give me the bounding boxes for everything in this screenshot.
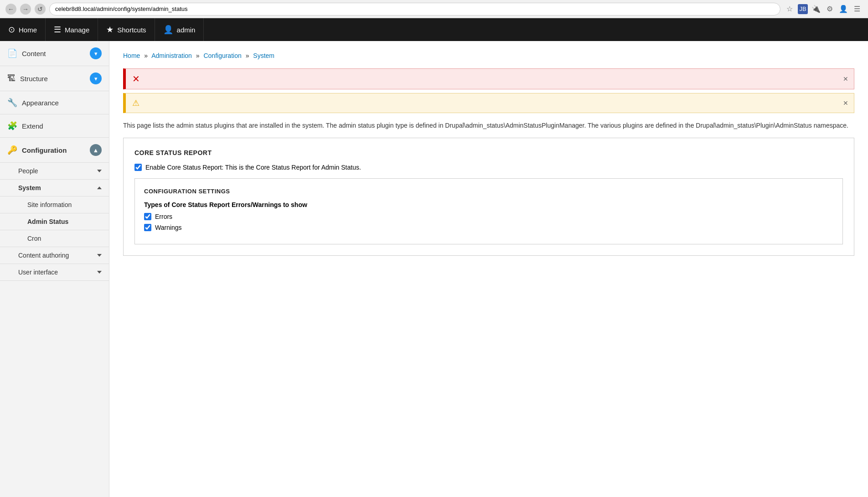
profile-icon[interactable]: JB [798, 4, 808, 14]
toolbar-admin[interactable]: 👤 admin [155, 18, 204, 41]
content-icon: 📄 [7, 48, 17, 58]
sep-2: » [196, 52, 200, 59]
admin-status-label: Admin Status [27, 218, 68, 225]
core-status-card: CORE STATUS REPORT Enable Core Status Re… [123, 138, 854, 256]
user-interface-arrow [97, 271, 102, 274]
breadcrumb-configuration[interactable]: Configuration [203, 52, 241, 59]
configuration-toggle[interactable]: ▲ [90, 144, 102, 156]
admin-toolbar: ⊙ Home ☰ Manage ★ Shortcuts 👤 admin [0, 18, 868, 41]
browser-chrome: ← → ↺ ☆ JB 🔌 ⚙ 👤 ☰ [0, 0, 868, 18]
toolbar-shortcuts-label: Shortcuts [117, 26, 146, 34]
config-settings-title: CONFIGURATION SETTINGS [144, 188, 833, 195]
error-close-button[interactable]: ✕ [837, 72, 854, 86]
menu-icon[interactable]: ☰ [852, 4, 863, 15]
star-icon: ★ [106, 25, 114, 35]
core-status-title: CORE STATUS REPORT [134, 149, 843, 156]
system-label: System [18, 184, 41, 192]
warnings-row: Warnings [144, 224, 833, 231]
page-description: This page lists the admin status plugins… [123, 120, 854, 130]
appearance-icon: 🔧 [7, 98, 17, 108]
sidebar-configuration-label: Configuration [22, 146, 67, 154]
home-icon: ⊙ [8, 25, 15, 35]
settings-icon[interactable]: ⚙ [824, 4, 835, 15]
breadcrumb-system[interactable]: System [253, 52, 274, 59]
user-icon: 👤 [163, 25, 173, 35]
warning-alert: ⚠ ✕ [123, 93, 854, 113]
errors-row: Errors [144, 213, 833, 220]
sidebar-sub-content-authoring[interactable]: Content authoring [0, 247, 109, 264]
warning-close-button[interactable]: ✕ [837, 96, 854, 110]
sidebar: 📄 Content ▾ 🏗 Structure ▾ 🔧 Appearance 🧩… [0, 41, 109, 497]
breadcrumb-home[interactable]: Home [123, 52, 140, 59]
people-arrow [97, 170, 102, 172]
sidebar-sub-admin-status[interactable]: Admin Status [0, 213, 109, 230]
extend-icon: 🧩 [7, 121, 17, 131]
warnings-label: Warnings [155, 224, 182, 231]
manage-icon: ☰ [54, 25, 61, 35]
refresh-button[interactable]: ↺ [35, 4, 46, 15]
breadcrumb: Home » Administration » Configuration » … [123, 52, 854, 59]
enable-core-status-row: Enable Core Status Report: This is the C… [134, 164, 843, 171]
sidebar-item-appearance[interactable]: 🔧 Appearance [0, 91, 109, 114]
enable-core-label: Enable Core Status Report: This is the C… [145, 164, 361, 171]
sidebar-sub-cron[interactable]: Cron [0, 230, 109, 247]
content-authoring-arrow [97, 254, 102, 257]
sidebar-item-extend[interactable]: 🧩 Extend [0, 114, 109, 138]
sep-3: » [246, 52, 249, 59]
extension-icon[interactable]: 🔌 [811, 4, 822, 15]
main-content: Home » Administration » Configuration » … [109, 41, 868, 497]
site-info-label: Site information [27, 201, 72, 208]
warnings-checkbox[interactable] [144, 224, 151, 231]
toolbar-manage-label: Manage [65, 26, 89, 34]
forward-button[interactable]: → [20, 4, 31, 15]
toolbar-manage[interactable]: ☰ Manage [46, 18, 98, 41]
errors-label: Errors [155, 213, 172, 220]
sidebar-sub-people[interactable]: People [0, 163, 109, 180]
bookmark-icon[interactable]: ☆ [784, 4, 795, 15]
configuration-icon: 🔑 [7, 145, 17, 155]
system-arrow [97, 186, 102, 189]
people-label: People [18, 167, 38, 175]
sidebar-item-content[interactable]: 📄 Content ▾ [0, 41, 109, 66]
sidebar-sub-user-interface[interactable]: User interface [0, 264, 109, 281]
structure-toggle[interactable]: ▾ [90, 72, 102, 84]
sidebar-sub-site-info[interactable]: Site information [0, 197, 109, 213]
toolbar-admin-label: admin [177, 26, 196, 34]
content-toggle[interactable]: ▾ [90, 47, 102, 59]
breadcrumb-administration[interactable]: Administration [151, 52, 192, 59]
url-bar[interactable] [49, 3, 780, 16]
sidebar-appearance-label: Appearance [22, 99, 59, 107]
enable-core-checkbox[interactable] [134, 164, 142, 171]
toolbar-home-label: Home [19, 26, 37, 34]
user-interface-label: User interface [18, 269, 58, 276]
sidebar-sub-system[interactable]: System [0, 180, 109, 197]
cron-label: Cron [27, 235, 41, 242]
errors-checkbox[interactable] [144, 213, 151, 220]
error-alert: ✕ ✕ [123, 68, 854, 89]
content-authoring-label: Content authoring [18, 252, 69, 259]
warning-icon: ⚠ [126, 93, 146, 113]
toolbar-home[interactable]: ⊙ Home [0, 18, 46, 41]
config-settings-card: CONFIGURATION SETTINGS Types of Core Sta… [134, 178, 843, 244]
sidebar-extend-label: Extend [22, 122, 43, 130]
account-icon[interactable]: 👤 [838, 4, 849, 15]
sep-1: » [144, 52, 148, 59]
config-section-label: Types of Core Status Report Errors/Warni… [144, 201, 833, 208]
sidebar-structure-label: Structure [20, 75, 48, 83]
toolbar-shortcuts[interactable]: ★ Shortcuts [98, 18, 155, 41]
sidebar-item-structure[interactable]: 🏗 Structure ▾ [0, 66, 109, 91]
sidebar-item-configuration[interactable]: 🔑 Configuration ▲ [0, 138, 109, 163]
back-button[interactable]: ← [5, 4, 16, 15]
sidebar-content-label: Content [22, 50, 46, 57]
structure-icon: 🏗 [7, 74, 16, 83]
error-icon: ✕ [126, 69, 146, 89]
